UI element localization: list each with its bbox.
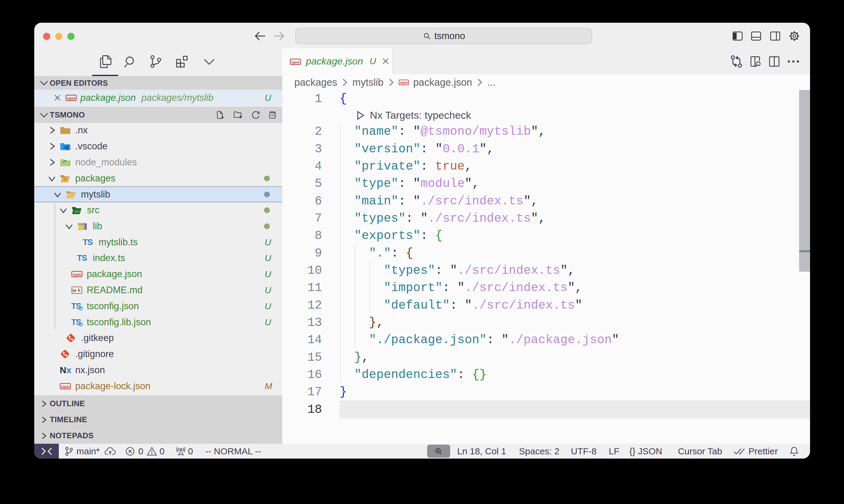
svg-text:M: M xyxy=(72,288,76,293)
svg-text:JS: JS xyxy=(63,161,67,164)
svg-text:npm: npm xyxy=(291,60,299,65)
svg-text:npm: npm xyxy=(67,96,75,100)
svg-text:npm: npm xyxy=(400,80,408,85)
svg-text:npm: npm xyxy=(61,384,69,389)
svg-text:</>: </> xyxy=(74,209,80,214)
svg-text:npm: npm xyxy=(73,272,81,276)
